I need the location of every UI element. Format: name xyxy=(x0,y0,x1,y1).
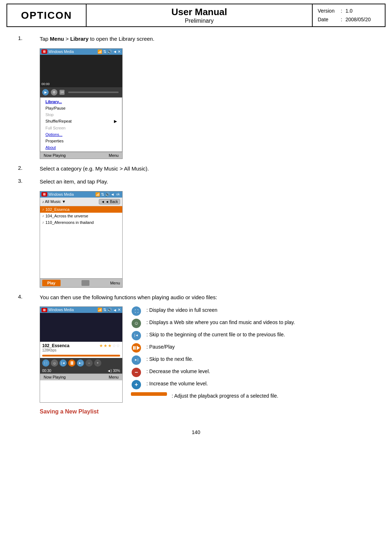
menu-item-playpause[interactable]: Play/Pause xyxy=(40,105,122,111)
track-name-2: 104_Across the unverse xyxy=(45,214,88,218)
func-text-prev: : Skip to the beginning of the current f… xyxy=(146,331,285,339)
step-4-text: You can then use the following functions… xyxy=(40,293,217,302)
music-note-icon: ♪ xyxy=(42,200,44,204)
np-ctrl-row: ⛶ ☺ |◄ ►| − + xyxy=(42,359,101,367)
func-icon-next: ►| xyxy=(129,355,144,365)
func-text-next: : Skip to the next file. xyxy=(146,355,193,363)
wm-menu-button[interactable]: Menu xyxy=(109,153,119,158)
lib-ok-button[interactable]: ok xyxy=(115,193,121,196)
func-text-voldown: : Decrease the volume level. xyxy=(146,368,210,375)
volup-icon: + xyxy=(132,380,141,389)
np-track-info: 102_Essenca ★★★☆☆ 128Kbps xyxy=(40,342,122,353)
play-button[interactable]: Play xyxy=(42,280,61,286)
list-item[interactable]: ♪ 110_Aferenoons in thailand xyxy=(40,219,122,226)
np-vol-down-button[interactable]: − xyxy=(85,359,93,367)
version-colon: : xyxy=(339,7,344,16)
track-list: ♪ 102_Essenca ♪ 104_Across the unverse ♪… xyxy=(40,206,122,278)
np-start-button: ⊞ xyxy=(41,308,47,312)
np-volume: ◄) 30% xyxy=(107,369,120,373)
step-4-content: ⊞ Windows Media 📶 ⇅ 🔊 ◄ ✕ 102_Essenca xyxy=(40,306,374,403)
track-name-3: 110_Aferenoons in thailand xyxy=(45,220,94,225)
func-volup: + : Increase the volume level. xyxy=(129,380,374,389)
wm-menu-overlay: Library... Play/Pause Stop Shuffle/Repea… xyxy=(40,97,122,152)
np-titlebar: ⊞ Windows Media 📶 ⇅ 🔊 ◄ ✕ xyxy=(40,307,122,313)
func-text-volup: : Increase the volume level. xyxy=(146,380,208,388)
menu-item-about[interactable]: About xyxy=(40,144,122,151)
wm-now-playing[interactable]: Now Playing xyxy=(44,153,66,158)
np-controls: ⛶ ☺ |◄ ►| − + xyxy=(40,358,122,368)
list-item[interactable]: ♪ 102_Essenca xyxy=(40,206,122,213)
np-stars: ★★★☆☆ xyxy=(99,343,120,348)
library-bold: Library xyxy=(70,36,89,42)
section-heading: Saving a New Playlist xyxy=(40,408,374,415)
np-status-icons: 📶 ⇅ 🔊 ◄ ✕ xyxy=(97,308,121,312)
back-label: ◄ Back xyxy=(105,200,118,204)
pause-bar1 xyxy=(133,346,134,350)
wm-status-icons: 📶 ⇅ 🔊 ◄ ✕ xyxy=(97,49,121,54)
list-item[interactable]: ♪ 104_Across the unverse xyxy=(40,213,122,219)
step-3-number: 3. xyxy=(18,178,40,184)
func-text-fullscreen: : Display the video in full screen xyxy=(146,306,217,314)
lib-play-bar: Play Menu xyxy=(40,278,122,287)
wm-progress-bar xyxy=(68,92,119,93)
page-number: 140 xyxy=(0,429,392,435)
step-2-text: Select a category (e.g. My Music > All M… xyxy=(40,165,149,173)
date-value: 2008/05/20 xyxy=(345,16,371,24)
signal-icon: 📶 xyxy=(97,49,102,54)
lib-title: Windows Media xyxy=(48,193,74,196)
menu-item-fullscreen: Full Screen xyxy=(40,125,122,131)
keyboard-icon[interactable] xyxy=(82,280,89,286)
lib-menu-button[interactable]: Menu xyxy=(110,281,120,285)
date-label: Date xyxy=(318,16,338,24)
np-progress-bar[interactable] xyxy=(42,355,120,357)
menu-item-options[interactable]: Options... xyxy=(40,131,122,138)
close-icon: ✕ xyxy=(118,49,121,54)
step-3-text: Select an item, and tap Play. xyxy=(40,178,108,186)
screenshot-now-playing: ⊞ Windows Media 📶 ⇅ 🔊 ◄ ✕ 102_Essenca xyxy=(40,306,123,403)
lib-titlebar: ⊞ Windows Media 📶 ⇅ 🔊 ◄ ok xyxy=(40,191,122,198)
fullscreen-icon: ⛶ xyxy=(132,306,141,316)
function-descriptions: ⛶ : Display the video in full screen ☺ :… xyxy=(129,306,374,403)
step-1-text: Tap Menu > Library to open the Library s… xyxy=(40,35,154,43)
np-now-playing[interactable]: Now Playing xyxy=(44,375,66,379)
func-text-web: : Displays a Web site where you can find… xyxy=(146,319,295,326)
ctrl-num-button[interactable]: 14 xyxy=(60,90,65,95)
screenshot-windows-media-menu: ⊞ Windows Media 📶 ⇅ 🔊 ◄ ✕ 00:00 ▶ ⚙ 1 xyxy=(40,48,123,159)
ctrl-play-button[interactable]: ▶ xyxy=(42,89,49,96)
progress-bar-icon xyxy=(131,392,167,396)
func-icon-fullscreen: ⛶ xyxy=(129,306,144,316)
wm-video-area: 00:00 xyxy=(40,55,122,87)
np-sound-icon: 🔊 xyxy=(107,308,112,312)
track-icon-1: ♪ xyxy=(42,207,44,211)
page-header: OPTICON User Manual Preliminary Version … xyxy=(6,4,386,27)
np-menu-button[interactable]: Menu xyxy=(109,375,119,379)
back-button[interactable]: ◄ ◄ Back xyxy=(99,199,120,204)
pause-bar-right xyxy=(72,361,73,365)
ctrl-settings-button[interactable]: ⚙ xyxy=(51,89,57,96)
menu-item-shuffle[interactable]: Shuffle/Repeat▶ xyxy=(40,118,122,125)
func-progress: : Adjust the playback progress of a sele… xyxy=(129,392,374,400)
np-video-area xyxy=(40,313,122,342)
np-progress-area xyxy=(40,353,122,358)
allmusic-label: ♪ All Music ▼ xyxy=(42,199,66,204)
menu-item-library[interactable]: Library... xyxy=(40,98,122,105)
np-web-button[interactable]: ☺ xyxy=(51,359,58,367)
np-bottom-bar: Now Playing Menu xyxy=(40,373,122,380)
np-pause-button[interactable] xyxy=(68,359,75,367)
np-next-button[interactable]: ►| xyxy=(77,359,84,367)
np-prev-button[interactable]: |◄ xyxy=(60,359,67,367)
menu-item-properties[interactable]: Properties xyxy=(40,138,122,144)
wm-titlebar: ⊞ Windows Media 📶 ⇅ 🔊 ◄ ✕ xyxy=(40,49,122,55)
menu-item-stop: Stop xyxy=(40,111,122,118)
func-icon-pauseplay xyxy=(129,343,144,353)
category-label: All Music xyxy=(45,199,61,204)
np-fullscreen-button[interactable]: ⛶ xyxy=(42,359,49,367)
step-1-number: 1. xyxy=(18,35,40,41)
func-icon-voldown: − xyxy=(129,368,144,377)
np-stars-empty: ☆☆ xyxy=(112,343,120,348)
wm-bottom-bar: Now Playing Menu xyxy=(40,152,122,159)
func-next: ►| : Skip to the next file. xyxy=(129,355,374,365)
np-vol-up-button[interactable]: + xyxy=(94,359,101,367)
np-track-title: 102_Essenca xyxy=(42,343,69,348)
step-4: 4. You can then use the following functi… xyxy=(18,293,374,302)
